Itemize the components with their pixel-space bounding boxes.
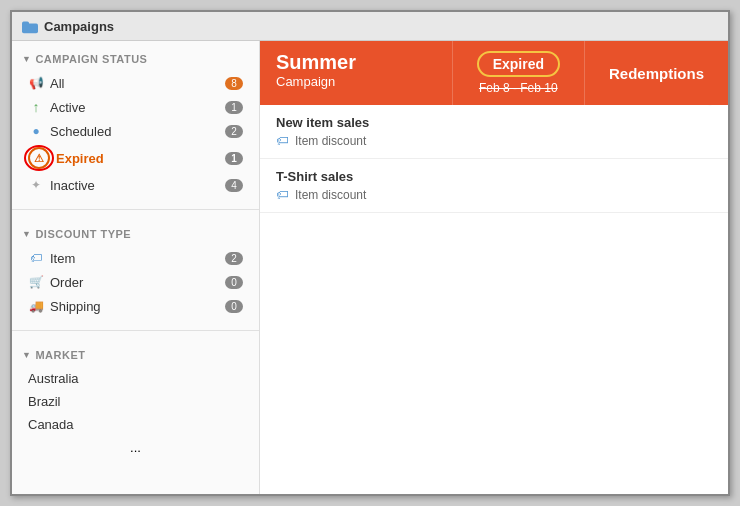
scheduled-label: Scheduled [50, 124, 219, 139]
market-title: ▼ MARKET [22, 349, 249, 361]
campaign-row-1-dash: - [708, 105, 712, 111]
campaign-name: Summer [276, 51, 436, 74]
order-label: Order [50, 275, 219, 290]
item-badge: 2 [225, 252, 243, 265]
australia-label: Australia [28, 371, 243, 386]
all-badge: 8 [225, 77, 243, 90]
svg-rect-1 [22, 21, 29, 25]
canada-label: Canada [28, 417, 243, 432]
campaign-title-block: Summer Campaign [260, 41, 452, 105]
divider-2 [12, 330, 259, 331]
all-label: All [50, 76, 219, 91]
campaign-row-2[interactable]: T-Shirt sales 🏷 Item discount [260, 159, 728, 213]
expired-icon: ⚠ [28, 147, 50, 169]
campaign-row-1[interactable]: - New item sales 🏷 Item discount [260, 105, 728, 159]
campaign-header: Summer Campaign Expired Feb 8 - Feb 10 R… [260, 41, 728, 105]
inactive-badge: 4 [225, 179, 243, 192]
discount-type-section: ▼ DISCOUNT TYPE 🏷 Item 2 🛒 Order 0 [12, 216, 259, 324]
order-icon: 🛒 [28, 274, 44, 290]
sidebar-item-active[interactable]: ↑ Active 1 [22, 95, 249, 119]
market-section: ▼ MARKET Australia Brazil Canada ... [12, 337, 259, 465]
tag-icon-1: 🏷 [276, 133, 289, 148]
active-label: Active [50, 100, 219, 115]
campaign-status-block: Expired Feb 8 - Feb 10 [452, 41, 584, 105]
market-chevron-icon: ▼ [22, 350, 31, 360]
sidebar-item-order[interactable]: 🛒 Order 0 [22, 270, 249, 294]
main-content: ▼ CAMPAIGN STATUS 📢 All 8 ↑ Active 1 [12, 41, 728, 494]
folder-icon [22, 18, 38, 34]
expired-badge: 1 [225, 152, 243, 165]
inactive-icon: ✦ [28, 177, 44, 193]
item-label: Item [50, 251, 219, 266]
campaign-subtitle: Campaign [276, 74, 436, 89]
order-badge: 0 [225, 276, 243, 289]
shipping-label: Shipping [50, 299, 219, 314]
sidebar-item-item[interactable]: 🏷 Item 2 [22, 246, 249, 270]
brazil-label: Brazil [28, 394, 243, 409]
campaign-row-1-name: New item sales [276, 115, 712, 130]
sidebar-item-canada[interactable]: Canada [22, 413, 249, 436]
campaign-status-title: ▼ CAMPAIGN STATUS [22, 53, 249, 65]
redemptions-block: Redemptions [584, 41, 728, 105]
divider-1 [12, 209, 259, 210]
sidebar: ▼ CAMPAIGN STATUS 📢 All 8 ↑ Active 1 [12, 41, 260, 494]
campaign-row-1-type: Item discount [295, 134, 366, 148]
discount-type-title: ▼ DISCOUNT TYPE [22, 228, 249, 240]
sidebar-item-scheduled[interactable]: ● Scheduled 2 [22, 119, 249, 143]
right-panel: Summer Campaign Expired Feb 8 - Feb 10 R… [260, 41, 728, 494]
sidebar-item-shipping[interactable]: 🚚 Shipping 0 [22, 294, 249, 318]
active-icon: ↑ [28, 99, 44, 115]
campaign-row-2-name: T-Shirt sales [276, 169, 712, 184]
status-label: Expired [493, 56, 544, 72]
scheduled-badge: 2 [225, 125, 243, 138]
more-dots[interactable]: ... [22, 436, 249, 459]
shipping-icon: 🚚 [28, 298, 44, 314]
sidebar-item-brazil[interactable]: Brazil [22, 390, 249, 413]
campaign-list: - New item sales 🏷 Item discount T-Shirt… [260, 105, 728, 494]
title-bar: Campaigns [12, 12, 728, 41]
status-badge-oval: Expired [477, 51, 560, 77]
sidebar-item-expired[interactable]: ⚠ Expired 1 [22, 143, 249, 173]
app-title: Campaigns [44, 19, 114, 34]
campaign-row-2-type: Item discount [295, 188, 366, 202]
app-window: Campaigns ▼ CAMPAIGN STATUS 📢 All 8 ↑ [10, 10, 730, 496]
tag-icon-2: 🏷 [276, 187, 289, 202]
chevron-icon: ▼ [22, 54, 31, 64]
sidebar-item-all[interactable]: 📢 All 8 [22, 71, 249, 95]
sidebar-item-inactive[interactable]: ✦ Inactive 4 [22, 173, 249, 197]
redemptions-label: Redemptions [609, 65, 704, 82]
expired-label: Expired [56, 151, 219, 166]
campaign-row-1-sub: 🏷 Item discount [276, 133, 712, 148]
more-dots-label: ... [130, 440, 141, 455]
active-badge: 1 [225, 101, 243, 114]
sidebar-item-australia[interactable]: Australia [22, 367, 249, 390]
discount-chevron-icon: ▼ [22, 229, 31, 239]
inactive-label: Inactive [50, 178, 219, 193]
megaphone-icon: 📢 [28, 75, 44, 91]
item-icon: 🏷 [28, 250, 44, 266]
campaign-row-2-sub: 🏷 Item discount [276, 187, 712, 202]
scheduled-icon: ● [28, 123, 44, 139]
campaign-status-section: ▼ CAMPAIGN STATUS 📢 All 8 ↑ Active 1 [12, 41, 259, 203]
date-range: Feb 8 - Feb 10 [479, 81, 558, 95]
shipping-badge: 0 [225, 300, 243, 313]
